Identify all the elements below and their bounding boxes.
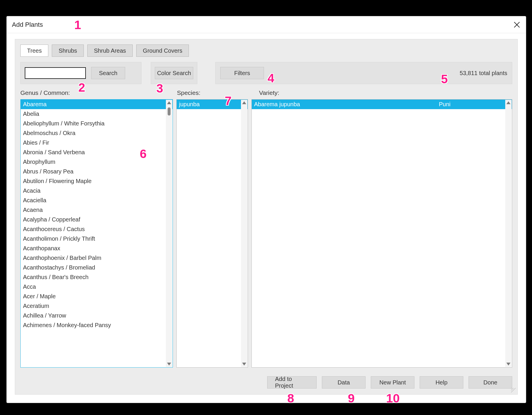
list-item[interactable]: Acalypha / Copperleaf bbox=[21, 215, 173, 224]
bottom-button-bar: Add to Project Data New Plant Help Done bbox=[267, 376, 512, 389]
titlebar: Add Plants bbox=[7, 16, 526, 33]
list-item[interactable]: Achillea / Yarrow bbox=[21, 311, 173, 320]
list-item[interactable]: Acantholimon / Prickly Thrift bbox=[21, 234, 173, 244]
list-item[interactable]: Acanthocereus / Cactus bbox=[21, 224, 173, 234]
list-item[interactable]: Achimenes / Monkey-faced Pansy bbox=[21, 320, 173, 330]
scroll-down-icon[interactable] bbox=[242, 363, 246, 366]
list-item[interactable]: Acaciella bbox=[21, 196, 173, 205]
variety-name: Abarema jupunba bbox=[254, 101, 385, 108]
list-item[interactable]: Abrophyllum bbox=[21, 157, 173, 167]
species-scrollbar[interactable] bbox=[241, 100, 247, 367]
list-item[interactable]: Acanthus / Bear's Breech bbox=[21, 272, 173, 282]
scroll-thumb[interactable] bbox=[168, 107, 171, 116]
new-plant-button[interactable]: New Plant bbox=[371, 376, 414, 389]
list-item[interactable]: Abarema jupunbaPuni bbox=[252, 100, 512, 109]
species-label: Species: bbox=[177, 89, 201, 96]
list-item[interactable]: Abelia bbox=[21, 109, 173, 119]
genus-label: Genus / Common: bbox=[20, 89, 70, 96]
genus-listbox[interactable]: AbaremaAbeliaAbeliophyllum / White Forsy… bbox=[20, 99, 173, 368]
filters-wrap: Filters 53,811 total plants bbox=[215, 62, 512, 84]
done-button[interactable]: Done bbox=[469, 376, 512, 389]
scroll-up-icon[interactable] bbox=[506, 101, 510, 104]
scroll-down-icon[interactable] bbox=[506, 363, 510, 366]
color-search-button[interactable]: Color Search bbox=[155, 67, 193, 79]
search-input[interactable] bbox=[25, 67, 86, 79]
list-item[interactable]: Acca bbox=[21, 282, 173, 292]
list-item[interactable]: Acanthophoenix / Barbel Palm bbox=[21, 253, 173, 263]
list-item[interactable]: Abrus / Rosary Pea bbox=[21, 167, 173, 176]
list-item[interactable]: Acanthostachys / Bromeliad bbox=[21, 263, 173, 272]
search-row: Search Color Search Filters 53,811 total… bbox=[20, 62, 512, 84]
list-item[interactable]: Abutilon / Flowering Maple bbox=[21, 176, 173, 186]
add-to-project-button[interactable]: Add to Project bbox=[267, 376, 317, 389]
list-item[interactable]: Abronia / Sand Verbena bbox=[21, 148, 173, 157]
list-item[interactable]: Abies / Fir bbox=[21, 138, 173, 148]
genus-scrollbar[interactable] bbox=[166, 100, 172, 367]
help-button[interactable]: Help bbox=[420, 376, 463, 389]
list-item[interactable]: Acaena bbox=[21, 205, 173, 215]
variety-listbox[interactable]: Abarema jupunbaPuni bbox=[251, 99, 512, 368]
scroll-up-icon[interactable] bbox=[242, 101, 246, 104]
data-button[interactable]: Data bbox=[322, 376, 366, 389]
list-item[interactable]: Aceratium bbox=[21, 301, 173, 311]
color-search-wrap: Color Search bbox=[151, 62, 197, 84]
add-plants-dialog: Add Plants Trees Shrubs Shrub Areas Grou… bbox=[6, 16, 526, 403]
resize-grip-icon[interactable] bbox=[511, 388, 516, 393]
tab-shrub-areas[interactable]: Shrub Areas bbox=[87, 45, 133, 57]
scroll-up-icon[interactable] bbox=[167, 101, 171, 104]
plant-category-tabs: Trees Shrubs Shrub Areas Ground Covers bbox=[20, 45, 189, 57]
dialog-body: Trees Shrubs Shrub Areas Ground Covers S… bbox=[15, 39, 518, 395]
list-item[interactable]: Acacia bbox=[21, 186, 173, 196]
variety-scrollbar[interactable] bbox=[505, 100, 512, 367]
total-plants-label: 53,811 total plants bbox=[460, 70, 507, 77]
list-item[interactable]: Acer / Maple bbox=[21, 292, 173, 301]
tab-shrubs[interactable]: Shrubs bbox=[52, 45, 84, 57]
tab-trees[interactable]: Trees bbox=[20, 45, 48, 57]
search-button[interactable]: Search bbox=[91, 67, 125, 79]
column-labels: Genus / Common: Species: Variety: bbox=[20, 89, 512, 97]
close-icon[interactable] bbox=[513, 21, 521, 29]
tab-ground-covers[interactable]: Ground Covers bbox=[136, 45, 189, 57]
variety-value: Puni bbox=[385, 101, 504, 108]
list-item[interactable]: jupunba bbox=[177, 100, 248, 109]
list-item[interactable]: Abelmoschus / Okra bbox=[21, 128, 173, 138]
window-title: Add Plants bbox=[12, 21, 43, 29]
scroll-down-icon[interactable] bbox=[167, 363, 171, 366]
species-listbox[interactable]: jupunba bbox=[176, 99, 248, 368]
list-item[interactable]: Abeliophyllum / White Forsythia bbox=[21, 119, 173, 128]
filters-button[interactable]: Filters bbox=[220, 67, 264, 79]
variety-label: Variety: bbox=[259, 89, 279, 96]
list-item[interactable]: Abarema bbox=[21, 100, 173, 109]
search-box: Search bbox=[20, 62, 141, 84]
lists-area: AbaremaAbeliaAbeliophyllum / White Forsy… bbox=[20, 99, 512, 368]
list-item[interactable]: Acanthopanax bbox=[21, 244, 173, 253]
